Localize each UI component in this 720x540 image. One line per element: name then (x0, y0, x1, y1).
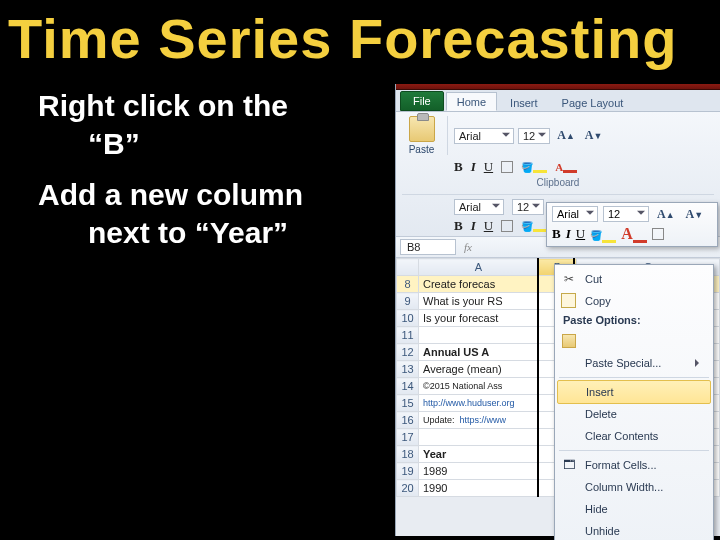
mini-italic[interactable]: I (566, 226, 571, 242)
font-size-dropdown[interactable]: 12 (518, 128, 550, 144)
ctx-paste-special[interactable]: Paste Special... (555, 352, 713, 374)
cell[interactable]: http://www.huduser.org (419, 395, 539, 412)
ctx-delete[interactable]: Delete (555, 403, 713, 425)
tab-home[interactable]: Home (446, 92, 497, 111)
cell[interactable]: Year (419, 446, 539, 463)
format-cells-icon: 🗔 (561, 457, 577, 473)
tab-insert[interactable]: Insert (499, 93, 549, 111)
grow-font-button[interactable]: A▲ (554, 128, 578, 143)
copy-icon (561, 293, 577, 309)
cell[interactable]: Update: https://www (419, 412, 539, 429)
border-button[interactable] (501, 161, 513, 173)
ctx-insert[interactable]: Insert (557, 380, 711, 404)
instruction-line-1b: “B” (38, 125, 400, 163)
row-header[interactable]: 11 (397, 327, 419, 344)
name-box[interactable]: B8 (400, 239, 456, 255)
mini-font-color[interactable]: A (621, 225, 647, 243)
fx-icon[interactable]: fx (464, 241, 472, 253)
tab-file[interactable]: File (400, 91, 444, 111)
paste-label: Paste (409, 144, 435, 155)
ctx-separator (559, 377, 709, 378)
cell[interactable]: ©2015 National Ass (419, 378, 539, 395)
cell[interactable]: Average (mean) (419, 361, 539, 378)
ctx-format-cells[interactable]: 🗔 Format Cells... (555, 454, 713, 476)
bold-button-2[interactable]: B (454, 218, 463, 234)
font-size-dropdown-2[interactable]: 12 (512, 199, 544, 215)
instruction-line-2b: next to “Year” (38, 214, 400, 252)
row-header[interactable]: 19 (397, 463, 419, 480)
col-header-a[interactable]: A (419, 259, 539, 276)
ribbon-tabs: File Home Insert Page Layout (396, 90, 720, 112)
row-header[interactable]: 17 (397, 429, 419, 446)
ctx-paste-option-1[interactable] (555, 330, 713, 352)
ctx-paste-special-label: Paste Special... (585, 357, 661, 369)
bold-button[interactable]: B (454, 159, 463, 175)
font-color-button[interactable]: A (555, 161, 577, 173)
mini-toolbar: Arial 12 A▲ A▼ B I U 🪣 A (546, 202, 718, 247)
row-header[interactable]: 15 (397, 395, 419, 412)
ctx-column-width[interactable]: Column Width... (555, 476, 713, 498)
mini-font-size[interactable]: 12 (603, 206, 649, 222)
ctx-hide[interactable]: Hide (555, 498, 713, 520)
mini-font-name[interactable]: Arial (552, 206, 598, 222)
fill-color-button-2[interactable]: 🪣 (521, 220, 547, 232)
context-menu: ✂ Cut Copy Paste Options: Paste Special.… (554, 264, 714, 540)
ctx-delete-label: Delete (585, 408, 617, 420)
cell[interactable]: Create forecas (419, 276, 539, 293)
underline-button-2[interactable]: U (484, 218, 493, 234)
clipboard-icon (561, 333, 577, 349)
select-all-corner[interactable] (397, 259, 419, 276)
row-header[interactable]: 18 (397, 446, 419, 463)
mini-bold[interactable]: B (552, 226, 561, 242)
blank-icon (561, 501, 577, 517)
cell[interactable]: Annual US A (419, 344, 539, 361)
ctx-insert-label: Insert (586, 386, 614, 398)
scissors-icon: ✂ (561, 271, 577, 287)
blank-icon (561, 406, 577, 422)
clipboard-group-label: Clipboard (402, 177, 714, 188)
cell[interactable]: What is your RS (419, 293, 539, 310)
font-name-dropdown-2[interactable]: Arial (454, 199, 504, 215)
tab-page-layout[interactable]: Page Layout (551, 93, 635, 111)
ctx-hide-label: Hide (585, 503, 608, 515)
cell[interactable]: Is your forecast (419, 310, 539, 327)
mini-shrink-font[interactable]: A▼ (683, 207, 707, 222)
ctx-separator (559, 450, 709, 451)
italic-button[interactable]: I (471, 159, 476, 175)
blank-icon (561, 523, 577, 539)
blank-icon (561, 479, 577, 495)
ctx-format-label: Format Cells... (585, 459, 657, 471)
mini-underline[interactable]: U (576, 226, 585, 242)
instructions-block: Right click on the “B” Add a new column … (0, 71, 400, 251)
mini-border[interactable] (652, 228, 664, 240)
ctx-copy[interactable]: Copy (555, 290, 713, 312)
font-name-dropdown[interactable]: Arial (454, 128, 514, 144)
cell[interactable]: 1989 (419, 463, 539, 480)
italic-button-2[interactable]: I (471, 218, 476, 234)
row-header[interactable]: 10 (397, 310, 419, 327)
mini-grow-font[interactable]: A▲ (654, 207, 678, 222)
instruction-line-1a: Right click on the (38, 87, 400, 125)
row-header[interactable]: 14 (397, 378, 419, 395)
paste-group[interactable]: Paste (402, 116, 448, 155)
row-header[interactable]: 13 (397, 361, 419, 378)
chevron-right-icon (695, 359, 703, 367)
underline-button[interactable]: U (484, 159, 493, 175)
row-header[interactable]: 16 (397, 412, 419, 429)
shrink-font-button[interactable]: A▼ (582, 128, 606, 143)
row-header[interactable]: 8 (397, 276, 419, 293)
fill-color-button[interactable]: 🪣 (521, 161, 547, 173)
ctx-unhide[interactable]: Unhide (555, 520, 713, 540)
ctx-clear-label: Clear Contents (585, 430, 658, 442)
border-button-2[interactable] (501, 220, 513, 232)
row-header[interactable]: 9 (397, 293, 419, 310)
row-header[interactable]: 12 (397, 344, 419, 361)
ctx-clear[interactable]: Clear Contents (555, 425, 713, 447)
cell[interactable] (419, 327, 539, 344)
cell[interactable] (419, 429, 539, 446)
mini-fill-color[interactable]: 🪣 (590, 225, 616, 243)
cell[interactable]: 1990 (419, 480, 539, 497)
ctx-cut[interactable]: ✂ Cut (555, 268, 713, 290)
row-header[interactable]: 20 (397, 480, 419, 497)
ctx-copy-label: Copy (585, 295, 611, 307)
